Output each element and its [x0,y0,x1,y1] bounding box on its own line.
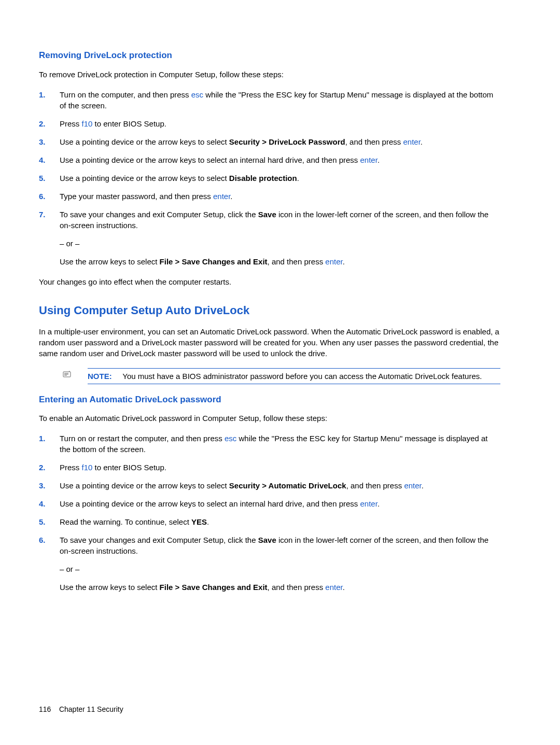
step-alt: Use the arrow keys to select File > Save… [60,582,500,593]
step-4: 4. Use a pointing device or the arrow ke… [39,154,500,165]
note-box: NOTE: You must have a BIOS administrator… [88,368,500,384]
note-content: NOTE: You must have a BIOS administrator… [88,371,500,382]
step-text: Press f10 to enter BIOS Setup. [60,463,166,472]
step-5: 5. Use a pointing device or the arrow ke… [39,173,500,184]
step-3: 3. Use a pointing device or the arrow ke… [39,136,500,147]
step-text: Use a pointing device or the arrow keys … [60,499,380,508]
step-1: 1. Turn on the computer, and then press … [39,89,500,111]
step-number: 1. [39,89,46,100]
step-1: 1. Turn on or restart the computer, and … [39,433,500,455]
step-5: 5. Read the warning. To continue, select… [39,516,500,527]
heading-auto-drivelock: Using Computer Setup Auto DriveLock [39,303,500,319]
step-6: 6. Type your master password, and then p… [39,191,500,202]
step-text: To save your changes and exit Computer S… [60,210,488,230]
note-icon [63,370,72,381]
document-page: Removing DriveLock protection To remove … [0,0,560,745]
step-text: Type your master password, and then pres… [60,192,233,201]
step-number: 6. [39,535,46,545]
step-number: 5. [39,516,46,527]
intro-text-3: To enable an Automatic DriveLock passwor… [39,413,500,424]
step-alt: Use the arrow keys to select File > Save… [60,256,500,267]
step-2: 2. Press f10 to enter BIOS Setup. [39,118,500,129]
note-text: You must have a BIOS administrator passw… [122,372,482,381]
step-text: Press f10 to enter BIOS Setup. [60,119,166,128]
chapter-label: Chapter 11 Security [59,705,123,713]
step-3: 3. Use a pointing device or the arrow ke… [39,480,500,491]
step-text: Turn on or restart the computer, and the… [60,434,488,454]
note-block: NOTE: You must have a BIOS administrator… [75,368,500,384]
step-number: 2. [39,118,46,129]
step-number: 2. [39,462,46,473]
step-text: Use a pointing device or the arrow keys … [60,481,424,490]
step-number: 4. [39,498,46,509]
closing-text: Your changes go into effect when the com… [39,276,500,287]
step-number: 4. [39,154,46,165]
step-or: – or – [60,564,500,574]
step-text: To save your changes and exit Computer S… [60,536,488,555]
step-text: Use a pointing device or the arrow keys … [60,156,380,164]
step-number: 5. [39,173,46,184]
page-number: 116 [39,705,51,713]
heading-entering-auto-drivelock: Entering an Automatic DriveLock password [39,393,500,406]
step-or: – or – [60,238,500,249]
intro-text-2: In a multiple-user environment, you can … [39,326,500,359]
heading-removing-drivelock: Removing DriveLock protection [39,49,500,62]
step-text: Turn on the computer, and then press esc… [60,90,493,110]
step-6: 6. To save your changes and exit Compute… [39,535,500,593]
step-text: Read the warning. To continue, select YE… [60,517,209,526]
step-number: 3. [39,480,46,491]
page-footer: 116 Chapter 11 Security [39,705,123,715]
note-label: NOTE: [88,372,112,381]
step-text: Use a pointing device or the arrow keys … [60,174,299,182]
steps-list-1: 1. Turn on the computer, and then press … [39,89,500,267]
intro-text: To remove DriveLock protection in Comput… [39,69,500,80]
step-number: 1. [39,433,46,444]
step-2: 2. Press f10 to enter BIOS Setup. [39,462,500,473]
step-number: 3. [39,136,46,147]
step-text: Use a pointing device or the arrow keys … [60,137,423,146]
step-4: 4. Use a pointing device or the arrow ke… [39,498,500,509]
step-number: 6. [39,191,46,202]
step-number: 7. [39,209,46,220]
step-7: 7. To save your changes and exit Compute… [39,209,500,267]
steps-list-2: 1. Turn on or restart the computer, and … [39,433,500,593]
